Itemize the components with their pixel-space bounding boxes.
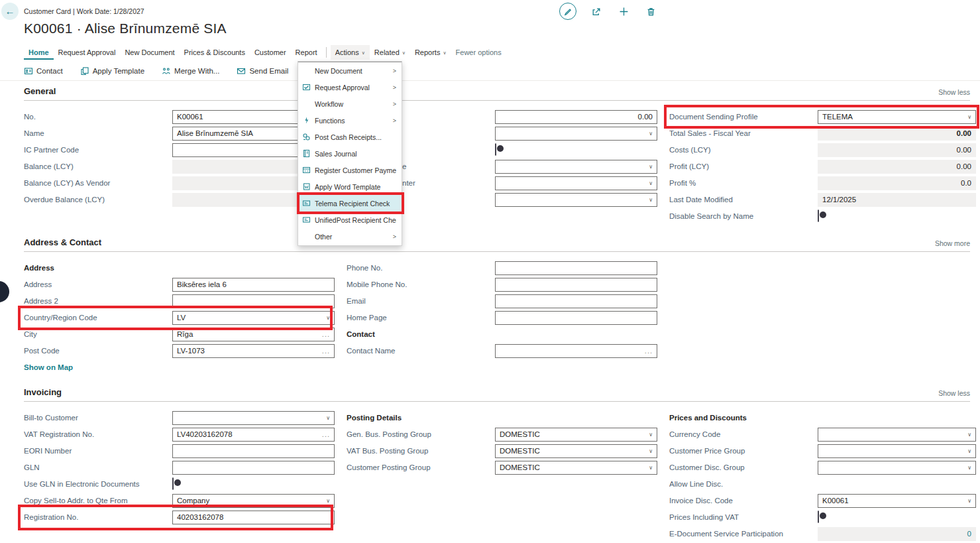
- lookup-icon: ...: [322, 348, 330, 353]
- menu-item-new-document[interactable]: New Document >: [298, 62, 402, 79]
- customer-posting-select[interactable]: DOMESTIC∨: [495, 461, 657, 475]
- gen-bus-posting-select[interactable]: DOMESTIC∨: [495, 428, 657, 442]
- general-show-less-link[interactable]: Show less: [938, 88, 970, 96]
- menu-item-functions[interactable]: Functions >: [298, 112, 402, 129]
- customer-price-group-select[interactable]: ∨: [818, 444, 976, 458]
- currency-code-label: Currency Code: [669, 430, 812, 438]
- gln-field[interactable]: [172, 461, 335, 475]
- use-gln-toggle[interactable]: [172, 477, 174, 490]
- tab-request-approval[interactable]: Request Approval: [54, 45, 121, 60]
- eori-label: EORI Number: [24, 447, 167, 455]
- phone-field[interactable]: [495, 261, 657, 275]
- edoc-participation-value[interactable]: 0: [818, 527, 976, 541]
- actions-dropdown-menu: New Document > Request Approval > Workfl…: [298, 61, 402, 246]
- email-field[interactable]: [495, 294, 657, 308]
- eori-field[interactable]: [172, 444, 335, 458]
- section-general: General Show less No. Name IC Partner Co…: [24, 86, 970, 237]
- country-region-label: Country/Region Code: [24, 314, 167, 322]
- field-row-gln: GLN: [24, 461, 329, 474]
- home-page-field[interactable]: [495, 311, 657, 325]
- chevron-down-icon: ∨: [443, 50, 446, 56]
- address-label: Address: [24, 280, 167, 288]
- back-arrow-icon: ←: [5, 5, 15, 17]
- copy-sell-to-select[interactable]: Company∨: [172, 494, 335, 508]
- chevron-right-icon: >: [393, 84, 396, 91]
- chevron-down-icon: ∨: [362, 50, 365, 56]
- tab-home[interactable]: Home: [24, 45, 54, 60]
- pencil-icon: [563, 7, 572, 16]
- bill-to-select[interactable]: ∨: [172, 411, 335, 425]
- send-email-button[interactable]: Send Email: [237, 66, 288, 76]
- menu-item-workflow[interactable]: Workflow >: [298, 95, 402, 112]
- menu-item-post-cash-receipts[interactable]: Post Cash Receipts...: [298, 129, 402, 145]
- gen-bus-posting-label: Gen. Bus. Posting Group: [347, 430, 490, 438]
- mid-select-3[interactable]: ∨: [495, 193, 657, 207]
- menu-item-apply-word-template[interactable]: Apply Word Template: [298, 178, 402, 195]
- chevron-down-icon: ∨: [967, 498, 971, 504]
- disable-search-toggle[interactable]: [818, 210, 819, 222]
- section-address-contact: Address & Contact Show more Address Addr…: [24, 237, 970, 385]
- responsibility-center-select[interactable]: ∨: [495, 176, 657, 190]
- name-label: Name: [24, 129, 167, 137]
- menu-item-unifiedpost-recipient-check[interactable]: UnifiedPost Recipient Check: [298, 211, 402, 228]
- tab-related[interactable]: Related∨: [370, 45, 410, 60]
- mid-select-1[interactable]: ∨: [495, 127, 657, 141]
- delete-button[interactable]: [642, 3, 659, 20]
- tab-fewer-options[interactable]: Fewer options: [451, 45, 506, 60]
- menu-item-telema-recipient-check[interactable]: Telema Recipient Check: [298, 195, 402, 211]
- merge-with-button[interactable]: Merge With...: [162, 66, 219, 76]
- menu-item-register-customer-payments[interactable]: Register Customer Payments: [298, 162, 402, 178]
- new-button[interactable]: [615, 3, 632, 20]
- customer-disc-group-select[interactable]: ∨: [818, 461, 976, 475]
- total-sales-label: Total Sales - Fiscal Year: [669, 129, 812, 137]
- currency-code-select[interactable]: ∨: [818, 428, 976, 442]
- document-sending-profile-select[interactable]: TELEMA∨: [818, 110, 976, 124]
- tab-actions[interactable]: Actions∨: [331, 45, 370, 60]
- app-top-bar: ← Customer Card | Work Date: 1/28/2027: [0, 0, 980, 23]
- contact-button[interactable]: Contact: [24, 66, 63, 76]
- edoc-participation-label: E-Document Service Participation: [669, 530, 812, 538]
- tab-new-document[interactable]: New Document: [120, 45, 179, 60]
- floating-widget[interactable]: [0, 281, 9, 302]
- vat-bus-posting-select[interactable]: DOMESTIC∨: [495, 444, 657, 458]
- menu-item-other[interactable]: Other >: [298, 228, 402, 245]
- post-code-field[interactable]: LV-1073...: [172, 344, 335, 358]
- registration-no-field[interactable]: [172, 511, 335, 524]
- menu-item-request-approval[interactable]: Request Approval >: [298, 79, 402, 95]
- mid-toggle[interactable]: [495, 143, 496, 156]
- menu-item-sales-journal[interactable]: Sales Journal: [298, 145, 402, 162]
- last-modified-value: 12/1/2025: [818, 193, 976, 207]
- contact-name-field[interactable]: ...: [495, 344, 657, 358]
- show-on-map-link[interactable]: Show on Map: [24, 363, 73, 371]
- invoicing-title: Invoicing: [24, 387, 62, 397]
- field-row-invoice-disc-code: Invoice Disc. Code K00061∨: [669, 494, 970, 507]
- share-button[interactable]: [587, 3, 604, 20]
- mid-select-2[interactable]: ∨: [495, 160, 657, 174]
- amount-field[interactable]: [495, 110, 657, 124]
- payments-icon: [302, 166, 315, 174]
- invoicing-show-less-link[interactable]: Show less: [938, 389, 970, 397]
- vat-reg-field[interactable]: LV40203162078...: [172, 428, 335, 442]
- apply-template-button[interactable]: Apply Template: [80, 66, 144, 76]
- chevron-down-icon: ∨: [326, 498, 330, 504]
- city-field[interactable]: Rīga...: [172, 328, 335, 341]
- profit-value: 0.00: [818, 160, 976, 174]
- posting-details-subheader: Posting Details: [347, 411, 652, 424]
- tab-reports[interactable]: Reports∨: [410, 45, 451, 60]
- field-row-currency-code: Currency Code ∨: [669, 428, 970, 441]
- invoice-disc-code-select[interactable]: K00061∨: [818, 494, 976, 508]
- address2-field[interactable]: [172, 294, 335, 308]
- tab-report[interactable]: Report: [291, 45, 322, 60]
- chevron-down-icon: ∨: [967, 432, 971, 438]
- prices-incl-vat-toggle[interactable]: [818, 511, 819, 523]
- field-row-email: Email: [347, 294, 652, 308]
- back-button[interactable]: ←: [1, 3, 19, 20]
- mobile-field[interactable]: [495, 278, 657, 292]
- address-show-more-link[interactable]: Show more: [935, 239, 970, 247]
- section-invoicing: Invoicing Show less Bill-to Customer ∨ V…: [24, 387, 970, 541]
- address-field[interactable]: [172, 278, 335, 292]
- tab-customer[interactable]: Customer: [250, 45, 291, 60]
- country-region-select[interactable]: LV∨: [172, 311, 335, 325]
- edit-button[interactable]: [559, 3, 576, 20]
- tab-prices-discounts[interactable]: Prices & Discounts: [180, 45, 250, 60]
